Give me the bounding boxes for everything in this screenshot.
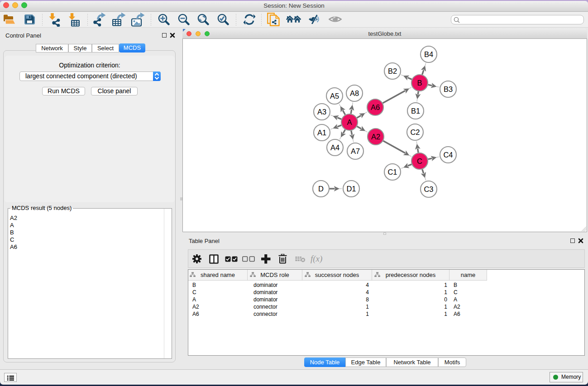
svg-text:A4: A4 (330, 143, 339, 152)
svg-text:A3: A3 (317, 108, 326, 116)
svg-text:B2: B2 (388, 67, 397, 75)
svg-text:A6: A6 (371, 103, 380, 111)
svg-text:A7: A7 (351, 147, 360, 155)
svg-text:A: A (347, 118, 352, 126)
svg-text:C: C (417, 157, 422, 165)
svg-text:B3: B3 (444, 85, 453, 93)
svg-text:C4: C4 (443, 151, 453, 159)
svg-text:B: B (417, 79, 422, 87)
svg-text:A5: A5 (330, 92, 339, 100)
svg-text:D1: D1 (346, 185, 356, 193)
svg-text:B1: B1 (411, 107, 420, 115)
svg-text:A8: A8 (350, 89, 359, 97)
svg-text:C1: C1 (387, 168, 397, 176)
svg-text:B4: B4 (424, 50, 433, 58)
svg-text:C2: C2 (410, 128, 420, 136)
svg-text:D: D (318, 185, 324, 193)
svg-text:A2: A2 (371, 133, 380, 141)
svg-text:C3: C3 (424, 185, 433, 193)
svg-text:A1: A1 (317, 129, 326, 137)
